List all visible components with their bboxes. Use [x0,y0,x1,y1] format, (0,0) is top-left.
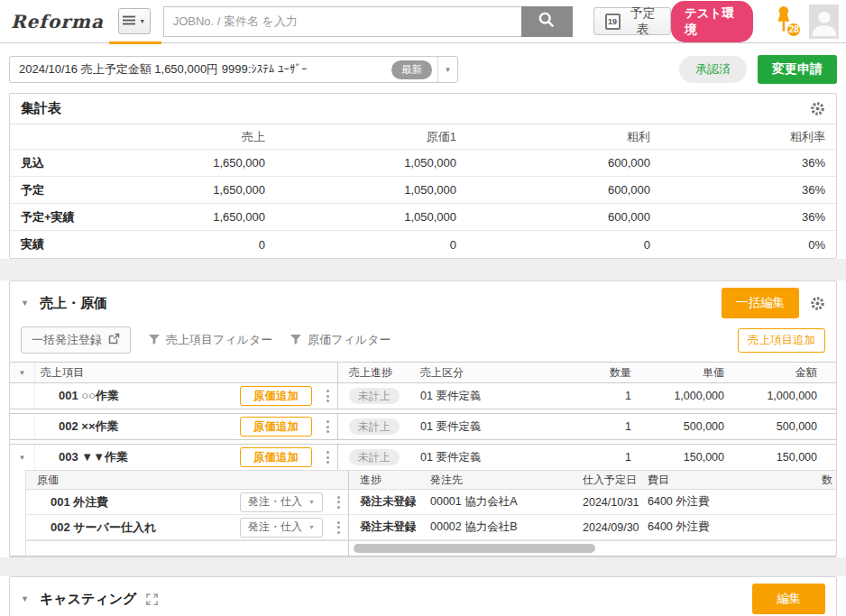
cost-table: 原価 進捗 発注先 仕入予定日 費目 数 001 外注費 発注・仕入 [25,470,836,556]
filter-icon [149,334,160,347]
summary-row-jisseki: 実績 0 0 0 0% [10,231,836,258]
sales-item-row: 002 ××作業 原価追加 未計上 01 要件定義 1 500,000 500,… [10,414,836,439]
progress-status-badge: 未計上 [349,388,400,404]
collapse-caret-icon[interactable]: ▼ [21,594,29,603]
chevron-down-icon: ▼ [308,499,315,505]
summary-col-rate: 粗利率 [650,129,825,145]
schedule-button-label: 予定表 [627,5,659,38]
sales-item-row: 001 ○○作業 原価追加 未計上 01 要件定義 1 1,000,000 1,… [10,383,836,409]
order-purchase-dropdown[interactable]: 発注・仕入 ▼ [240,492,323,512]
sales-item-detail: 未計上 01 要件定義 1 1,000,000 1,000,000 [337,383,836,409]
add-cost-button[interactable]: 原価追加 [240,417,312,437]
summary-row-yotei: 予定 1,650,000 1,050,000 600,000 36% [10,177,836,204]
summary-title: 集計表 [21,100,61,117]
row-gutter [10,383,35,409]
casting-title: キャスティング [40,591,136,608]
sales-category: 01 要件定義 [420,450,552,465]
cost-row-002: 002 サーバー仕入れ 発注・仕入 ▼ 発注未登録 00002 協力会社B 20… [26,515,836,540]
collapse-all-caret-icon[interactable]: ▼ [10,363,35,382]
col-qty: 数量 [552,365,631,381]
add-cost-button[interactable]: 原価追加 [240,447,312,467]
cost-item-name: 001 外注費 [26,494,240,510]
gear-icon[interactable] [810,101,825,116]
expense-value: 6400 外注費 [648,494,836,510]
sales-item-filter[interactable]: 売上項目フィルター [149,332,272,348]
col-cost-qty: 数 [822,473,836,488]
sales-item-name: 001 ○○作業 [35,388,240,404]
summary-col-profit: 粗利 [456,129,650,145]
kebab-menu-icon[interactable] [328,518,348,538]
bulk-edit-button[interactable]: 一括編集 [722,288,799,318]
amount-value: 150,000 [724,451,817,464]
main-menu-button[interactable]: ▼ [118,8,151,34]
sales-table-header: ▼ 売上項目 売上進捗 売上区分 数量 単価 金額 [10,363,836,383]
progress-status-badge: 未計上 [349,449,400,465]
order-status: 発注未登録 [360,519,430,535]
kebab-menu-icon[interactable] [317,417,337,437]
kebab-menu-icon[interactable] [328,492,348,512]
summary-card: 集計表 売上 原価1 粗利 粗利率 見込 1,650,000 1,050,000… [9,93,837,259]
qty-value: 1 [552,390,631,402]
version-text: 2024/10/16 売上予定金額 1,650,000円 9999:ｼｽﾃﾑ ﾕ… [19,61,386,78]
sales-item-name: 003 ▼▼作業 [35,449,240,465]
sales-category: 01 要件定義 [420,389,552,404]
progress-status-badge: 未計上 [349,418,400,435]
add-sales-item-button[interactable]: 売上項目追加 [738,328,825,353]
sales-item-group-003: ▼ 003 ▼▼作業 原価追加 未計上 01 要件定義 1 150,000 15… [10,444,836,556]
search-button[interactable] [521,6,573,37]
unit-price-value: 500,000 [631,420,724,433]
change-request-button[interactable]: 変更申請 [758,55,837,84]
col-unit-price: 単価 [631,365,724,381]
sales-cost-card-header: ▼ 売上・原価 一括編集 [10,281,836,325]
kebab-menu-icon[interactable] [317,386,337,406]
col-cost-progress: 進捗 [360,473,430,488]
collapse-caret-icon[interactable]: ▼ [21,299,29,308]
sales-cost-toolbar: 一括発注登録 売上項目フィルター 原価フィルター 売上項目追加 [10,325,836,362]
person-icon [809,7,839,39]
sales-item-name: 002 ××作業 [35,418,240,435]
sales-item-row: ▼ 003 ▼▼作業 原価追加 未計上 01 要件定義 1 150,000 15… [10,445,836,470]
job-search-input[interactable] [163,6,521,37]
sales-cost-card: ▼ 売上・原価 一括編集 一括発注登録 売上項目フィルター 原価フィルター 売上… [9,280,837,557]
version-bar: 2024/10/16 売上予定金額 1,650,000円 9999:ｼｽﾃﾑ ﾕ… [0,43,846,93]
external-link-icon [108,333,120,347]
job-search [163,6,573,37]
add-cost-button[interactable]: 原価追加 [240,386,312,406]
kebab-menu-icon[interactable] [317,447,337,467]
approval-status-badge: 承認済 [679,56,747,83]
active-tab-indicator [109,41,161,44]
sales-item-detail: 未計上 01 要件定義 1 500,000 500,000 [337,414,836,439]
col-category: 売上区分 [420,365,552,381]
schedule-button[interactable]: 19 予定表 [593,7,671,35]
order-status: 発注未登録 [360,494,430,510]
bulk-order-button[interactable]: 一括発注登録 [21,326,131,354]
supplier-value: 00002 協力会社B [430,519,583,535]
scrollbar-thumb[interactable] [354,544,595,553]
pinned-items-button[interactable]: 28 [773,5,797,38]
purchase-date-value: 2024/09/30 [583,521,648,534]
cost-filter[interactable]: 原価フィルター [290,332,391,348]
unit-price-value: 1,000,000 [631,390,724,402]
expand-icon[interactable] [145,593,159,606]
user-avatar[interactable] [809,5,839,39]
col-amount: 金額 [724,365,817,381]
latest-badge: 最新 [391,60,432,79]
summary-col-sales: 売上 [127,129,265,145]
gear-icon[interactable] [810,296,825,311]
summary-header-row: 売上 原価1 粗利 粗利率 [10,124,836,150]
horizontal-scrollbar[interactable] [348,541,836,556]
sales-items-table: ▼ 売上項目 売上進捗 売上区分 数量 単価 金額 001 ○○作業 原価追加 … [10,362,836,556]
version-select[interactable]: 2024/10/16 売上予定金額 1,650,000円 9999:ｼｽﾃﾑ ﾕ… [9,56,458,83]
col-expense: 費目 [648,473,822,488]
calendar-day: 19 [608,17,617,26]
edit-button[interactable]: 編集 [752,584,825,614]
col-sales-item: 売上項目 [35,365,337,381]
pin-count-badge: 28 [786,22,802,38]
filter-icon [290,334,301,347]
chevron-down-icon[interactable]: ▼ [437,57,457,82]
sales-category: 01 要件定義 [420,419,552,435]
expand-caret-icon[interactable]: ▼ [10,445,35,470]
amount-value: 500,000 [724,420,817,433]
casting-card-header: ▼ キャスティング 編集 [10,577,836,616]
order-purchase-dropdown[interactable]: 発注・仕入 ▼ [240,518,323,538]
